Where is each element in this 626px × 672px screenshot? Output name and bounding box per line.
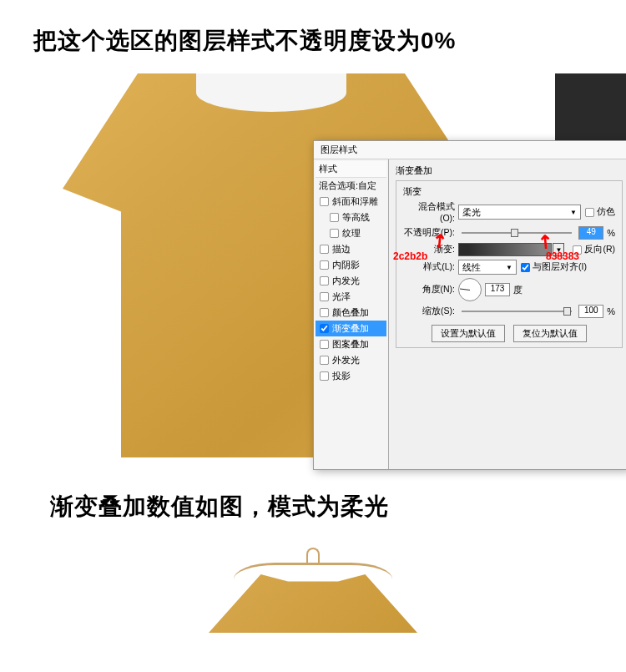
fieldset-label: 渐变: [403, 186, 615, 198]
style-item-pattern-overlay[interactable]: 图案叠加: [316, 336, 386, 352]
angle-unit: 度: [513, 284, 523, 296]
gradient-overlay-checkbox[interactable]: [320, 324, 329, 333]
reset-default-button[interactable]: 复位为默认值: [513, 325, 587, 342]
blend-mode-label: 混合模式(O):: [403, 201, 455, 223]
angle-label: 角度(N):: [403, 284, 455, 296]
gradient-fieldset: 渐变 混合模式(O): 柔光▼ 仿色 不透明度(P):: [396, 180, 623, 348]
contour-checkbox[interactable]: [330, 213, 339, 222]
scale-label: 缩放(S):: [403, 306, 455, 317]
stroke-checkbox[interactable]: [320, 245, 329, 254]
opacity-slider[interactable]: [462, 232, 572, 234]
tutorial-image-area: 图层样式 样式 混合选项:自定 斜面和浮雕 等高线 纹理 描边 内阴影 内发光 …: [63, 73, 563, 474]
angle-dial[interactable]: [458, 278, 482, 301]
angle-input[interactable]: 173: [485, 283, 510, 296]
opacity-input[interactable]: 49: [578, 226, 603, 240]
style-item-stroke[interactable]: 描边: [316, 241, 386, 257]
caption-top: 把这个选区的图层样式不透明度设为0%: [0, 0, 626, 73]
slider-thumb[interactable]: [563, 307, 571, 316]
outer-glow-checkbox[interactable]: [320, 356, 329, 365]
inner-glow-checkbox[interactable]: [320, 276, 329, 285]
annotation-right-hex: 838383: [546, 250, 579, 262]
style-item-contour[interactable]: 等高线: [316, 210, 386, 225]
dialog-title: 图层样式: [314, 141, 626, 159]
slider-thumb[interactable]: [511, 229, 518, 237]
dither-checkbox-wrap[interactable]: 仿色: [584, 206, 615, 218]
layer-style-dialog: 图层样式 样式 混合选项:自定 斜面和浮雕 等高线 纹理 描边 内阴影 内发光 …: [313, 140, 626, 470]
style-label: 样式(L):: [403, 261, 455, 273]
annotation-left-hex: 2c2b2b: [393, 250, 427, 262]
opacity-unit: %: [607, 228, 615, 238]
scale-input[interactable]: 100: [578, 305, 603, 318]
set-default-button[interactable]: 设置为默认值: [432, 325, 505, 342]
dither-checkbox[interactable]: [585, 207, 594, 216]
inner-shadow-checkbox[interactable]: [320, 260, 329, 270]
drop-shadow-checkbox[interactable]: [320, 371, 329, 381]
styles-list-panel: 样式 混合选项:自定 斜面和浮雕 等高线 纹理 描边 内阴影 内发光 光泽 颜色…: [314, 159, 389, 469]
color-overlay-checkbox[interactable]: [320, 308, 329, 317]
style-item-drop-shadow[interactable]: 投影: [316, 368, 386, 384]
style-item-texture[interactable]: 纹理: [316, 225, 386, 241]
scale-slider[interactable]: [462, 311, 572, 312]
align-checkbox[interactable]: [521, 262, 530, 271]
texture-checkbox[interactable]: [330, 229, 339, 238]
scale-unit: %: [607, 306, 615, 316]
style-item-outer-glow[interactable]: 外发光: [316, 352, 386, 368]
style-item-satin[interactable]: 光泽: [316, 289, 386, 305]
styles-header: 样式: [316, 161, 386, 178]
style-item-inner-shadow[interactable]: 内阴影: [316, 257, 386, 273]
pattern-overlay-checkbox[interactable]: [320, 340, 329, 349]
blend-mode-select[interactable]: 柔光▼: [458, 205, 581, 220]
dropdown-arrow-icon: ▼: [570, 209, 577, 216]
blend-options-item[interactable]: 混合选项:自定: [316, 178, 386, 194]
style-select[interactable]: 线性▼: [458, 260, 517, 275]
gradient-overlay-panel: 渐变叠加 渐变 混合模式(O): 柔光▼ 仿色: [389, 159, 626, 469]
dropdown-arrow-icon: ▼: [506, 264, 512, 271]
right-header: 渐变叠加: [396, 164, 623, 177]
bevel-checkbox[interactable]: [320, 197, 329, 206]
style-item-color-overlay[interactable]: 颜色叠加: [316, 305, 386, 321]
align-checkbox-wrap[interactable]: 与图层对齐(I): [520, 261, 587, 273]
style-item-inner-glow[interactable]: 内发光: [316, 273, 386, 289]
style-item-bevel[interactable]: 斜面和浮雕: [316, 194, 386, 210]
satin-checkbox[interactable]: [320, 292, 329, 301]
caption-bottom: 渐变叠加数值如图，模式为柔光: [0, 474, 626, 539]
style-item-gradient-overlay[interactable]: 渐变叠加: [316, 321, 386, 336]
hanger-tshirt-preview: [146, 548, 480, 631]
